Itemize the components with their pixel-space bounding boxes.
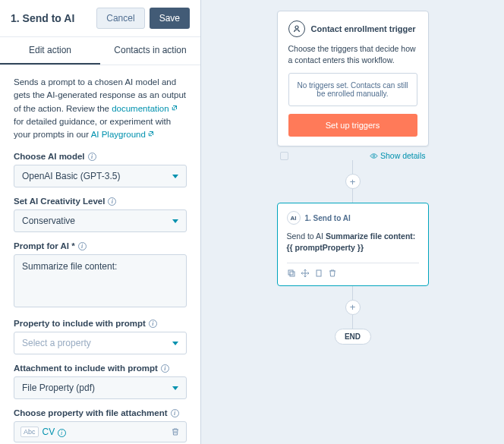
panel-body: Sends a prompt to a chosen AI model and … (0, 65, 200, 444)
clone-icon[interactable] (314, 269, 323, 278)
svg-point-0 (295, 26, 298, 29)
move-icon[interactable] (301, 269, 310, 278)
details-row: Show details (277, 146, 429, 160)
person-icon (288, 20, 305, 37)
chevron-down-icon (172, 175, 178, 178)
connector-line (352, 189, 353, 203)
ai-icon: AI (287, 211, 301, 225)
field-creativity: Set AI Creativity Leveli Conservative (14, 197, 187, 232)
info-icon: i (58, 429, 66, 437)
chevron-down-icon (172, 386, 178, 390)
panel-title: 1. Send to AI (11, 12, 74, 24)
svg-rect-4 (317, 270, 321, 276)
end-node: END (335, 329, 371, 345)
workflow-canvas: Contact enrollment trigger Choose the tr… (201, 0, 504, 444)
info-icon[interactable]: i (108, 197, 116, 206)
panel-description: Sends a prompt to a chosen AI model and … (14, 76, 187, 141)
info-icon[interactable]: i (161, 364, 169, 373)
external-link-icon (147, 131, 154, 137)
external-link-icon (171, 105, 178, 112)
info-icon[interactable]: i (171, 409, 179, 417)
enrollment-trigger-card[interactable]: Contact enrollment trigger Choose the tr… (277, 11, 429, 146)
no-triggers-info: No triggers set. Contacts can still be e… (288, 73, 417, 106)
documentation-link[interactable]: documentation (112, 104, 177, 113)
prompt-textarea[interactable] (14, 254, 187, 307)
chevron-down-icon (172, 342, 178, 345)
enrollment-description: Choose the triggers that decide how a co… (288, 43, 417, 65)
show-details-link[interactable]: Show details (370, 151, 426, 160)
header-buttons: Cancel Save (96, 8, 190, 29)
copy-icon[interactable] (287, 269, 296, 278)
delete-icon[interactable] (328, 269, 337, 278)
field-file-property: Choose property with file attachmenti Ab… (14, 408, 187, 442)
connector-line (352, 160, 353, 174)
add-step-button[interactable]: + (345, 174, 361, 189)
attachment-label: Attachment to include with prompti (14, 364, 187, 373)
ai-model-label: Choose AI modeli (14, 152, 187, 161)
setup-triggers-button[interactable]: Set up triggers (288, 114, 417, 137)
creativity-select[interactable]: Conservative (14, 209, 187, 232)
property-include-label: Property to include with prompti (14, 319, 187, 328)
eye-icon (370, 152, 378, 160)
file-property-pill[interactable]: Abc CV i (14, 421, 187, 442)
creativity-label: Set AI Creativity Leveli (14, 197, 187, 206)
action-card-send-to-ai[interactable]: AI 1. Send to AI Send to AI Summarize fi… (277, 203, 429, 285)
action-card-description: Send to AI Summarize file content: {{ pr… (287, 231, 419, 253)
field-property-include: Property to include with prompti Select … (14, 319, 187, 354)
save-button[interactable]: Save (150, 8, 190, 29)
ai-playground-link[interactable]: AI Playground (91, 130, 154, 139)
tabs: Edit action Contacts in action (0, 37, 200, 65)
action-toolbar (287, 263, 419, 278)
file-property-label: Choose property with file attachmenti (14, 408, 187, 417)
type-badge: Abc (20, 427, 39, 437)
enrollment-checkbox[interactable] (280, 152, 288, 160)
file-property-name: CV i (43, 427, 66, 437)
action-card-title: 1. Send to AI (305, 214, 351, 222)
chevron-down-icon (172, 219, 178, 223)
field-ai-model: Choose AI modeli OpenAI Basic (GPT-3.5) (14, 152, 187, 187)
info-icon[interactable]: i (88, 153, 96, 161)
svg-rect-2 (288, 270, 293, 275)
trash-icon[interactable] (171, 427, 180, 436)
ai-model-select[interactable]: OpenAI Basic (GPT-3.5) (14, 165, 187, 187)
panel-header: 1. Send to AI Cancel Save (0, 0, 200, 37)
attachment-select[interactable]: File Property (pdf) (14, 376, 187, 399)
connector-line (352, 315, 353, 329)
tab-edit-action[interactable]: Edit action (0, 37, 100, 65)
connector-line (352, 286, 353, 300)
svg-point-1 (373, 155, 374, 156)
prompt-label: Prompt for AI *i (14, 241, 187, 250)
info-icon[interactable]: i (149, 320, 157, 328)
svg-rect-3 (290, 272, 295, 276)
field-prompt: Prompt for AI *i (14, 241, 187, 310)
info-icon[interactable]: i (78, 242, 87, 250)
property-include-select[interactable]: Select a property (14, 332, 187, 354)
add-step-button[interactable]: + (345, 300, 361, 315)
tab-contacts-in-action[interactable]: Contacts in action (100, 37, 200, 65)
field-attachment: Attachment to include with prompti File … (14, 364, 187, 399)
sidebar-edit-panel: 1. Send to AI Cancel Save Edit action Co… (0, 0, 201, 444)
cancel-button[interactable]: Cancel (96, 8, 144, 29)
enrollment-title: Contact enrollment trigger (311, 24, 416, 33)
